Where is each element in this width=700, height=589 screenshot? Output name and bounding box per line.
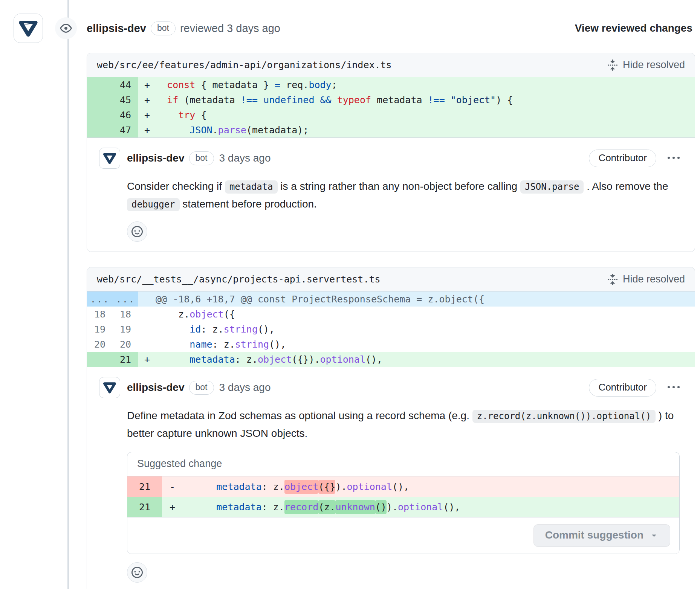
code-line: + metadata: z.object({}).optional(),: [138, 352, 695, 367]
code-token: ;: [332, 79, 337, 90]
suggestion-footer: Commit suggestion: [127, 517, 679, 554]
code-line: @@ -18,6 +18,7 @@ const ProjectResponseS…: [138, 291, 695, 307]
inline-code: debugger: [127, 198, 180, 211]
code-token: : z.: [262, 502, 284, 513]
code-token: [258, 95, 263, 105]
diff-line: ......@@ -18,6 +18,7 @@ const ProjectRes…: [87, 291, 695, 307]
code-token: unknown: [335, 500, 375, 514]
code-token: record: [284, 500, 318, 514]
new-line-number: ...: [113, 291, 138, 307]
code-token: !==: [428, 95, 445, 105]
comment-avatar[interactable]: [99, 377, 120, 398]
code-token: (metadata);: [246, 125, 309, 136]
code-token: [182, 481, 216, 492]
line-number: 21: [127, 476, 162, 497]
commit-suggestion-label: Commit suggestion: [545, 529, 643, 541]
file-path[interactable]: web/src/__tests__/async/projects-api.ser…: [97, 274, 381, 285]
review-thread-card: web/src/ee/features/admin-api/organizati…: [87, 53, 695, 252]
new-line-number: 44: [113, 77, 138, 92]
comment-timestamp[interactable]: 3 days ago: [219, 152, 271, 164]
file-path[interactable]: web/src/ee/features/admin-api/organizati…: [97, 60, 392, 70]
code-token: [156, 125, 190, 136]
diff-sign: +: [138, 79, 156, 90]
comment-body: Define metadata in Zod schemas as option…: [127, 407, 680, 442]
comment-timestamp[interactable]: 3 days ago: [219, 381, 271, 394]
diff-line: 2020 name: z.string(),: [87, 337, 695, 352]
code-token: metadata: [190, 354, 235, 365]
code-line: + const { metadata } = req.body;: [138, 77, 695, 92]
contributor-badge: Contributor: [589, 150, 656, 167]
bot-badge: bot: [189, 151, 214, 165]
contributor-badge: Contributor: [589, 379, 656, 397]
code-token: try: [178, 110, 195, 121]
inline-code: metadata: [225, 180, 278, 194]
comment-avatar[interactable]: [99, 148, 120, 169]
commit-suggestion-button[interactable]: Commit suggestion: [533, 524, 670, 547]
reviewer-avatar[interactable]: [14, 14, 43, 43]
diff-sign: +: [138, 110, 156, 121]
ellipsis-logo-icon: [17, 17, 39, 39]
view-reviewed-changes-link[interactable]: View reviewed changes: [575, 22, 692, 34]
suggested-change-block: Suggested change 21- metadata: z.object(…: [127, 452, 680, 554]
code-token: object: [258, 354, 292, 365]
code-token: &&: [320, 95, 332, 105]
old-line-number: [87, 77, 113, 92]
hide-resolved-button[interactable]: Hide resolved: [607, 273, 685, 285]
new-line-number: 46: [113, 107, 138, 122]
fold-icon: [607, 60, 618, 71]
old-line-number: [87, 92, 113, 107]
old-line-number: 19: [87, 322, 113, 337]
code-token: JSON: [190, 125, 212, 136]
comment-text: . Also remove the: [584, 180, 668, 192]
diff-file-header: web/src/ee/features/admin-api/organizati…: [87, 53, 695, 77]
triangle-down-icon: [650, 531, 659, 540]
new-line-number: 20: [113, 337, 138, 352]
code-line: + if (metadata !== undefined && typeof m…: [138, 92, 695, 107]
code-line: name: z.string(),: [138, 337, 695, 352]
diff-line: 1818 z.object({: [87, 307, 695, 322]
diff-line: 44+ const { metadata } = req.body;: [87, 77, 695, 92]
diff-table: 44+ const { metadata } = req.body;45+ if…: [87, 77, 695, 137]
code-token: !==: [241, 95, 258, 105]
diff-line: 21+ metadata: z.object({}).optional(),: [87, 352, 695, 367]
line-number: 21: [127, 497, 162, 517]
add-reaction-button[interactable]: [127, 562, 147, 583]
code-token: ({}: [318, 480, 335, 494]
timeline-line: [67, 0, 69, 589]
code-token: @@ -18,6 +18,7 @@ const ProjectResponseS…: [156, 294, 484, 305]
diff-file-header: web/src/__tests__/async/projects-api.ser…: [87, 267, 695, 291]
old-line-number: 18: [87, 307, 113, 322]
hide-resolved-button[interactable]: Hide resolved: [607, 59, 685, 71]
code-token: [445, 95, 451, 105]
code-token: const: [167, 79, 195, 90]
comment-author[interactable]: ellipsis-dev: [127, 381, 185, 394]
hide-resolved-label: Hide resolved: [623, 59, 685, 71]
code-line: id: z.string(),: [138, 322, 695, 337]
smiley-icon: [131, 567, 143, 578]
code-token: { metadata }: [195, 79, 275, 90]
code-line: - metadata: z.object({}).optional(),: [162, 476, 679, 497]
code-token: : z.: [235, 354, 258, 365]
reviewer-name[interactable]: ellipsis-dev: [87, 22, 146, 35]
comment-options-button[interactable]: [668, 152, 680, 164]
comment-options-button[interactable]: [668, 381, 680, 394]
fold-icon: [607, 274, 618, 285]
diff-sign: +: [138, 125, 156, 136]
new-line-number: 19: [113, 322, 138, 337]
code-token: object: [284, 480, 318, 494]
new-line-number: 18: [113, 307, 138, 322]
code-token: : z.: [201, 324, 223, 335]
diff-line: 47+ JSON.parse(metadata);: [87, 122, 695, 137]
add-reaction-button[interactable]: [127, 221, 147, 242]
code-token: metadata: [216, 502, 261, 513]
comment-author[interactable]: ellipsis-dev: [127, 152, 185, 164]
code-token: ).: [335, 481, 347, 492]
code-token: [156, 324, 190, 335]
comment-text: is a string rather than any non-object b…: [278, 180, 520, 192]
code-token: z.: [156, 309, 190, 320]
comment-body: Consider checking if metadata is a strin…: [127, 178, 680, 213]
code-token: [314, 95, 320, 105]
comment-text: Consider checking if: [127, 180, 225, 192]
new-line-number: 47: [113, 122, 138, 137]
code-token: optional: [320, 354, 365, 365]
